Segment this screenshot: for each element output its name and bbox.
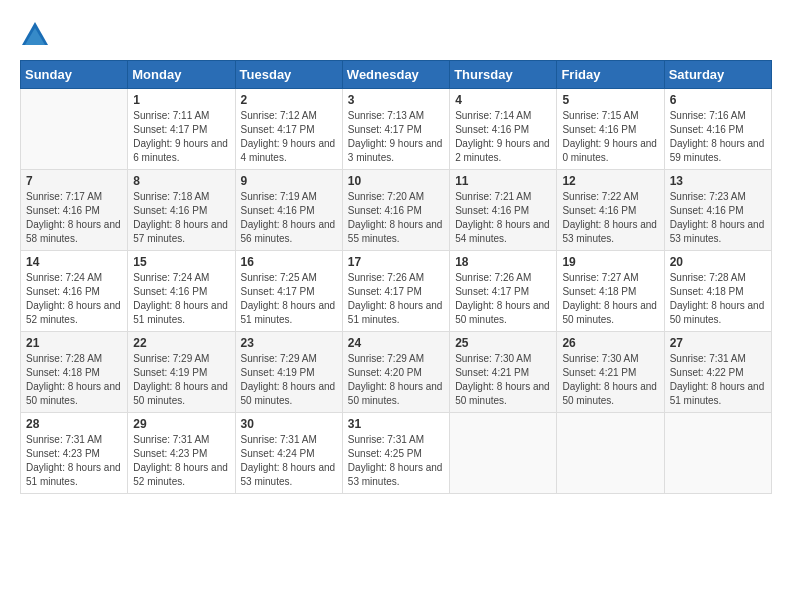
day-info: Sunrise: 7:28 AMSunset: 4:18 PMDaylight:… xyxy=(26,352,122,408)
day-number: 25 xyxy=(455,336,551,350)
day-info: Sunrise: 7:15 AMSunset: 4:16 PMDaylight:… xyxy=(562,109,658,165)
calendar-day-cell: 5Sunrise: 7:15 AMSunset: 4:16 PMDaylight… xyxy=(557,89,664,170)
calendar-day-cell: 10Sunrise: 7:20 AMSunset: 4:16 PMDayligh… xyxy=(342,170,449,251)
day-info: Sunrise: 7:24 AMSunset: 4:16 PMDaylight:… xyxy=(26,271,122,327)
day-info: Sunrise: 7:18 AMSunset: 4:16 PMDaylight:… xyxy=(133,190,229,246)
day-number: 17 xyxy=(348,255,444,269)
day-number: 27 xyxy=(670,336,766,350)
day-number: 28 xyxy=(26,417,122,431)
day-number: 18 xyxy=(455,255,551,269)
day-number: 30 xyxy=(241,417,337,431)
calendar-day-cell: 4Sunrise: 7:14 AMSunset: 4:16 PMDaylight… xyxy=(450,89,557,170)
calendar-day-cell: 31Sunrise: 7:31 AMSunset: 4:25 PMDayligh… xyxy=(342,413,449,494)
calendar-day-cell xyxy=(557,413,664,494)
calendar-day-cell: 3Sunrise: 7:13 AMSunset: 4:17 PMDaylight… xyxy=(342,89,449,170)
day-number: 7 xyxy=(26,174,122,188)
calendar-day-cell: 27Sunrise: 7:31 AMSunset: 4:22 PMDayligh… xyxy=(664,332,771,413)
day-info: Sunrise: 7:31 AMSunset: 4:24 PMDaylight:… xyxy=(241,433,337,489)
calendar-day-cell xyxy=(450,413,557,494)
day-number: 31 xyxy=(348,417,444,431)
calendar-day-cell: 24Sunrise: 7:29 AMSunset: 4:20 PMDayligh… xyxy=(342,332,449,413)
day-info: Sunrise: 7:29 AMSunset: 4:19 PMDaylight:… xyxy=(133,352,229,408)
calendar-day-cell: 23Sunrise: 7:29 AMSunset: 4:19 PMDayligh… xyxy=(235,332,342,413)
day-number: 3 xyxy=(348,93,444,107)
weekday-header-sunday: Sunday xyxy=(21,61,128,89)
logo xyxy=(20,20,55,50)
weekday-header-thursday: Thursday xyxy=(450,61,557,89)
calendar-day-cell: 16Sunrise: 7:25 AMSunset: 4:17 PMDayligh… xyxy=(235,251,342,332)
day-info: Sunrise: 7:30 AMSunset: 4:21 PMDaylight:… xyxy=(562,352,658,408)
day-number: 14 xyxy=(26,255,122,269)
calendar-week-row: 21Sunrise: 7:28 AMSunset: 4:18 PMDayligh… xyxy=(21,332,772,413)
day-info: Sunrise: 7:20 AMSunset: 4:16 PMDaylight:… xyxy=(348,190,444,246)
calendar-day-cell: 29Sunrise: 7:31 AMSunset: 4:23 PMDayligh… xyxy=(128,413,235,494)
calendar-day-cell: 14Sunrise: 7:24 AMSunset: 4:16 PMDayligh… xyxy=(21,251,128,332)
page-wrapper: SundayMondayTuesdayWednesdayThursdayFrid… xyxy=(20,20,772,494)
day-number: 15 xyxy=(133,255,229,269)
calendar-day-cell: 30Sunrise: 7:31 AMSunset: 4:24 PMDayligh… xyxy=(235,413,342,494)
day-number: 16 xyxy=(241,255,337,269)
day-info: Sunrise: 7:16 AMSunset: 4:16 PMDaylight:… xyxy=(670,109,766,165)
calendar-week-row: 28Sunrise: 7:31 AMSunset: 4:23 PMDayligh… xyxy=(21,413,772,494)
day-number: 10 xyxy=(348,174,444,188)
calendar-table: SundayMondayTuesdayWednesdayThursdayFrid… xyxy=(20,60,772,494)
day-info: Sunrise: 7:13 AMSunset: 4:17 PMDaylight:… xyxy=(348,109,444,165)
day-number: 5 xyxy=(562,93,658,107)
page-header xyxy=(20,20,772,50)
day-info: Sunrise: 7:30 AMSunset: 4:21 PMDaylight:… xyxy=(455,352,551,408)
calendar-day-cell: 18Sunrise: 7:26 AMSunset: 4:17 PMDayligh… xyxy=(450,251,557,332)
day-info: Sunrise: 7:17 AMSunset: 4:16 PMDaylight:… xyxy=(26,190,122,246)
calendar-day-cell: 26Sunrise: 7:30 AMSunset: 4:21 PMDayligh… xyxy=(557,332,664,413)
calendar-day-cell: 22Sunrise: 7:29 AMSunset: 4:19 PMDayligh… xyxy=(128,332,235,413)
calendar-day-cell: 19Sunrise: 7:27 AMSunset: 4:18 PMDayligh… xyxy=(557,251,664,332)
day-info: Sunrise: 7:27 AMSunset: 4:18 PMDaylight:… xyxy=(562,271,658,327)
calendar-day-cell xyxy=(21,89,128,170)
calendar-day-cell: 8Sunrise: 7:18 AMSunset: 4:16 PMDaylight… xyxy=(128,170,235,251)
day-info: Sunrise: 7:26 AMSunset: 4:17 PMDaylight:… xyxy=(455,271,551,327)
day-info: Sunrise: 7:28 AMSunset: 4:18 PMDaylight:… xyxy=(670,271,766,327)
day-info: Sunrise: 7:26 AMSunset: 4:17 PMDaylight:… xyxy=(348,271,444,327)
calendar-day-cell: 21Sunrise: 7:28 AMSunset: 4:18 PMDayligh… xyxy=(21,332,128,413)
calendar-week-row: 14Sunrise: 7:24 AMSunset: 4:16 PMDayligh… xyxy=(21,251,772,332)
day-number: 19 xyxy=(562,255,658,269)
day-number: 23 xyxy=(241,336,337,350)
calendar-day-cell: 6Sunrise: 7:16 AMSunset: 4:16 PMDaylight… xyxy=(664,89,771,170)
day-info: Sunrise: 7:14 AMSunset: 4:16 PMDaylight:… xyxy=(455,109,551,165)
day-number: 22 xyxy=(133,336,229,350)
day-info: Sunrise: 7:29 AMSunset: 4:19 PMDaylight:… xyxy=(241,352,337,408)
day-info: Sunrise: 7:19 AMSunset: 4:16 PMDaylight:… xyxy=(241,190,337,246)
day-info: Sunrise: 7:31 AMSunset: 4:23 PMDaylight:… xyxy=(133,433,229,489)
calendar-day-cell: 25Sunrise: 7:30 AMSunset: 4:21 PMDayligh… xyxy=(450,332,557,413)
calendar-day-cell: 28Sunrise: 7:31 AMSunset: 4:23 PMDayligh… xyxy=(21,413,128,494)
day-info: Sunrise: 7:11 AMSunset: 4:17 PMDaylight:… xyxy=(133,109,229,165)
day-info: Sunrise: 7:31 AMSunset: 4:25 PMDaylight:… xyxy=(348,433,444,489)
day-info: Sunrise: 7:21 AMSunset: 4:16 PMDaylight:… xyxy=(455,190,551,246)
weekday-header-saturday: Saturday xyxy=(664,61,771,89)
calendar-day-cell: 11Sunrise: 7:21 AMSunset: 4:16 PMDayligh… xyxy=(450,170,557,251)
day-info: Sunrise: 7:24 AMSunset: 4:16 PMDaylight:… xyxy=(133,271,229,327)
day-number: 2 xyxy=(241,93,337,107)
day-number: 8 xyxy=(133,174,229,188)
day-info: Sunrise: 7:12 AMSunset: 4:17 PMDaylight:… xyxy=(241,109,337,165)
calendar-day-cell: 2Sunrise: 7:12 AMSunset: 4:17 PMDaylight… xyxy=(235,89,342,170)
weekday-header-row: SundayMondayTuesdayWednesdayThursdayFrid… xyxy=(21,61,772,89)
day-number: 11 xyxy=(455,174,551,188)
weekday-header-wednesday: Wednesday xyxy=(342,61,449,89)
day-info: Sunrise: 7:29 AMSunset: 4:20 PMDaylight:… xyxy=(348,352,444,408)
calendar-day-cell: 1Sunrise: 7:11 AMSunset: 4:17 PMDaylight… xyxy=(128,89,235,170)
day-number: 13 xyxy=(670,174,766,188)
day-number: 20 xyxy=(670,255,766,269)
calendar-day-cell: 13Sunrise: 7:23 AMSunset: 4:16 PMDayligh… xyxy=(664,170,771,251)
day-number: 24 xyxy=(348,336,444,350)
logo-icon xyxy=(20,20,50,50)
day-info: Sunrise: 7:31 AMSunset: 4:23 PMDaylight:… xyxy=(26,433,122,489)
day-info: Sunrise: 7:23 AMSunset: 4:16 PMDaylight:… xyxy=(670,190,766,246)
weekday-header-tuesday: Tuesday xyxy=(235,61,342,89)
calendar-day-cell: 12Sunrise: 7:22 AMSunset: 4:16 PMDayligh… xyxy=(557,170,664,251)
day-number: 9 xyxy=(241,174,337,188)
calendar-day-cell: 15Sunrise: 7:24 AMSunset: 4:16 PMDayligh… xyxy=(128,251,235,332)
day-number: 21 xyxy=(26,336,122,350)
day-number: 4 xyxy=(455,93,551,107)
weekday-header-monday: Monday xyxy=(128,61,235,89)
calendar-week-row: 1Sunrise: 7:11 AMSunset: 4:17 PMDaylight… xyxy=(21,89,772,170)
